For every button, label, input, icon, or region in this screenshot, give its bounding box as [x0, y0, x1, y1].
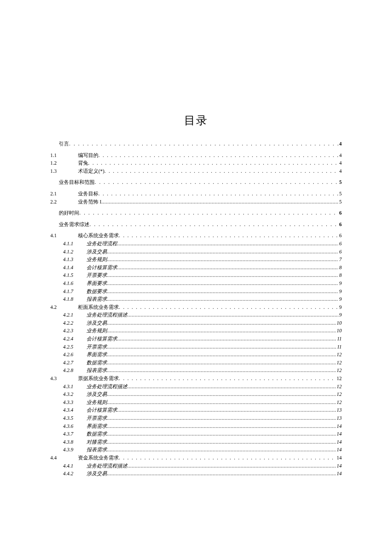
toc-entry-text: 业务规则: [86, 327, 107, 335]
toc-entry: 4.2柜面系统业务需求 . . . . . . . . . . . . . . …: [50, 303, 342, 311]
toc-entry-page: 9: [339, 303, 342, 311]
toc-entry: 4.4.1业务处理流程描述...........................…: [50, 462, 342, 470]
toc-entry-page: 14: [337, 462, 342, 470]
toc-entry-page: 12: [337, 398, 342, 407]
toc-entry-number: 1.1: [50, 151, 78, 160]
toc-entry-page: 11: [337, 335, 342, 343]
toc-entry-page: 13: [337, 414, 342, 422]
toc-entry-page: 11: [337, 343, 342, 351]
toc-entry-number: 1.2: [50, 159, 78, 167]
toc-entry-page: 6: [339, 240, 342, 248]
toc-entry: 4.2.1业务处理流程描述...........................…: [50, 311, 342, 319]
toc-leader: ........................................…: [117, 335, 336, 343]
toc-entry: 4.3.2涉及交易...............................…: [50, 390, 342, 398]
toc-entry: 4.1.3业务规则...............................…: [50, 256, 342, 264]
toc-entry: 4.1.1业务处理流程.............................…: [50, 240, 342, 248]
toc-entry: 业务目标和范围 . . . . . . . . . . . . . . . . …: [50, 178, 342, 186]
toc-entry-text: 报表需求: [86, 295, 107, 303]
toc-entry-number: 1.3: [50, 167, 78, 175]
toc-entry-number: 4.1.2: [63, 248, 86, 256]
toc-entry-text: 会计核算需求: [86, 264, 117, 272]
toc-entry-number: 4.3.7: [63, 430, 86, 438]
toc-entry-number: 4.3.1: [63, 383, 86, 391]
toc-leader: ........................................…: [127, 383, 336, 391]
toc-leader: ........................................…: [107, 470, 336, 478]
toc-entry-page: 14: [337, 438, 342, 446]
toc-entry: 引言 . . . . . . . . . . . . . . . . . . .…: [50, 140, 342, 148]
toc-entry-page: 6: [339, 209, 342, 217]
toc-entry-number: 4.3.8: [63, 438, 86, 446]
toc-leader: ........................................…: [107, 271, 338, 279]
toc-leader: ........................................…: [117, 264, 338, 272]
toc-leader: ........................................…: [117, 240, 338, 248]
toc-entry-number: 4.1.8: [63, 295, 86, 303]
toc-entry: 4.3.6界面需求...............................…: [50, 422, 342, 430]
toc-entry-text: 业务处理流程描述: [86, 462, 127, 470]
toc-entry-page: 12: [337, 359, 342, 367]
toc-entry-page: 4: [339, 140, 342, 148]
toc-leader: ........................................…: [107, 414, 336, 422]
toc-leader: . . . . . . . . . . . . . . . . . . . . …: [69, 140, 338, 148]
toc-entry-text: 核心系统业务需求: [78, 232, 119, 240]
toc-leader: . . . . . . . . . . . . . . . . . . . . …: [104, 167, 338, 175]
toc-entry-number: 4.2: [50, 303, 78, 311]
toc-entry-number: 4.4.2: [63, 470, 86, 478]
toc-entry-page: 10: [337, 319, 342, 327]
toc-entry-text: 业务目标: [78, 190, 98, 198]
toc-entry-text: 涉及交易: [86, 248, 107, 256]
toc-entry-page: 12: [337, 375, 342, 383]
toc-leader: . . . . . . . . . . . . . . . . . . . . …: [119, 375, 336, 383]
toc-leader: . . . . . . . . . . . . . . . . . . . . …: [89, 221, 338, 229]
toc-leader: ........................................…: [107, 430, 336, 438]
toc-entry: 业务需求综述 . . . . . . . . . . . . . . . . .…: [50, 221, 342, 229]
toc-entry-page: 9: [339, 288, 342, 296]
toc-entry: 2.2业务范怖 I...............................…: [50, 198, 342, 206]
toc-entry: 4.2.4会计核算需求.............................…: [50, 335, 342, 343]
toc-body: 引言 . . . . . . . . . . . . . . . . . . .…: [50, 140, 342, 478]
toc-entry-text: 编写目的: [78, 151, 98, 160]
toc-leader: ........................................…: [107, 390, 336, 398]
toc-entry-text: 柜面系统业务需求: [78, 303, 119, 311]
toc-entry: 4.1.6界面要求...............................…: [50, 279, 342, 288]
toc-entry: 1.2背兔 . . . . . . . . . . . . . . . . . …: [50, 159, 342, 167]
toc-entry: 4.2.8报表需求...............................…: [50, 366, 342, 375]
toc-entry-number: 4.3.2: [63, 390, 86, 398]
toc-entry-number: 4.3.4: [63, 406, 86, 414]
toc-entry-number: 4.4: [50, 454, 78, 462]
toc-entry-number: 4.3.9: [63, 446, 86, 454]
toc-entry-text: 数据需求: [86, 359, 107, 367]
toc-leader: . . . . . . . . . . . . . . . . . . . . …: [119, 454, 336, 462]
toc-entry-page: 14: [337, 430, 342, 438]
toc-entry-text: 界面需求: [86, 422, 107, 430]
toc-leader: ........................................…: [107, 248, 338, 256]
toc-leader: ........................................…: [107, 398, 336, 407]
toc-entry-text: 资金系统业务需求: [78, 454, 119, 462]
toc-entry-text: 开票要求: [86, 271, 107, 279]
toc-entry: 4.1.7数据要求...............................…: [50, 288, 342, 296]
toc-entry: 4.4.2涉及交易...............................…: [50, 470, 342, 478]
toc-entry-number: 4.1: [50, 232, 78, 240]
toc-entry-page: 5: [339, 190, 342, 198]
toc-entry: 4.1.4会计核算需求.............................…: [50, 264, 342, 272]
toc-entry: 4.3.1业务处理流程描述...........................…: [50, 383, 342, 391]
toc-entry-text: 开票需求: [86, 343, 107, 351]
toc-entry-page: 6: [339, 248, 342, 256]
toc-entry-text: 涉及交易: [86, 470, 107, 478]
toc-entry-text: 引言: [59, 140, 69, 148]
toc-entry-page: 9: [339, 295, 342, 303]
toc-entry-text: 背兔: [78, 159, 88, 167]
toc-entry-text: 票据系统业务需求: [78, 375, 119, 383]
toc-entry: 4.3.7数据需求...............................…: [50, 430, 342, 438]
toc-entry-number: 4.1.1: [63, 240, 86, 248]
toc-entry-text: 涉及交易: [86, 319, 107, 327]
toc-leader: ........................................…: [107, 359, 336, 367]
toc-entry-number: 4.2.7: [63, 359, 86, 367]
toc-entry-number: 2.1: [50, 190, 78, 198]
toc-entry-page: 12: [337, 366, 342, 375]
toc-entry-text: 业务处理流程描述: [86, 311, 127, 319]
toc-entry: 4.3.4会计核算需求.............................…: [50, 406, 342, 414]
toc-leader: . . . . . . . . . . . . . . . . . . . . …: [98, 151, 338, 160]
toc-entry-page: 4: [339, 159, 342, 167]
toc-entry: 4.4资金系统业务需求 . . . . . . . . . . . . . . …: [50, 454, 342, 462]
toc-entry-text: 业务范怖 I: [78, 198, 101, 206]
